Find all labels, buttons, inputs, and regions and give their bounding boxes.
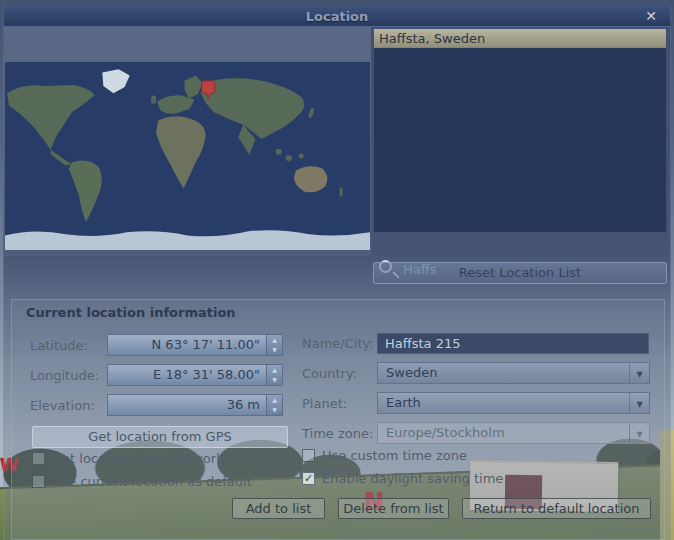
use-custom-timezone-checkbox[interactable] — [302, 449, 315, 462]
timezone-select: Europe/Stockholm ▼ — [377, 422, 650, 444]
world-map[interactable] — [4, 27, 371, 256]
get-location-network-label[interactable]: Get location from Network — [52, 451, 224, 466]
name-city-label: Name/City: — [302, 336, 374, 351]
check-icon: ✓ — [303, 473, 314, 485]
country-label: Country: — [302, 366, 357, 381]
location-list-selected-item[interactable]: Haffsta, Sweden — [374, 29, 666, 48]
location-dialog: Haffsta, Sweden Reset Location List Curr… — [3, 27, 671, 540]
delete-from-list-button[interactable]: Delete from list — [338, 498, 449, 519]
planet-value: Earth — [386, 395, 421, 410]
elevation-spinner[interactable]: ▲ ▼ — [267, 394, 283, 416]
spin-up-icon[interactable]: ▲ — [267, 395, 282, 405]
dropdown-arrow-icon[interactable]: ▼ — [629, 393, 649, 413]
elevation-spinbox[interactable]: 36 m — [107, 394, 267, 416]
world-map-image[interactable] — [5, 62, 370, 250]
reset-location-list-button[interactable]: Reset Location List — [373, 262, 667, 284]
enable-dst-checkbox[interactable]: ✓ — [302, 472, 315, 485]
use-current-default-checkbox[interactable] — [32, 475, 45, 488]
current-location-groupbox: Current location information Latitude: N… — [11, 299, 665, 540]
spin-down-icon[interactable]: ▼ — [267, 405, 282, 415]
dialog-title: Location — [4, 6, 670, 27]
return-default-location-button[interactable]: Return to default location — [462, 498, 651, 519]
planet-select[interactable]: Earth ▼ — [377, 392, 650, 414]
latitude-spinbox[interactable]: N 63° 17' 11.00" — [107, 334, 267, 356]
get-location-network-checkbox[interactable] — [32, 452, 45, 465]
get-location-gps-button[interactable]: Get location from GPS — [32, 426, 288, 448]
spin-down-icon[interactable]: ▼ — [267, 375, 282, 385]
country-value: Sweden — [386, 365, 437, 380]
dropdown-arrow-icon[interactable]: ▼ — [629, 363, 649, 383]
spin-down-icon[interactable]: ▼ — [267, 345, 282, 355]
planet-label: Planet: — [302, 396, 347, 411]
longitude-label: Longitude: — [30, 368, 99, 383]
dropdown-arrow-icon: ▼ — [629, 423, 649, 443]
close-icon[interactable]: ✕ — [642, 6, 660, 27]
spin-up-icon[interactable]: ▲ — [267, 335, 282, 345]
location-list[interactable]: Haffsta, Sweden — [373, 28, 667, 233]
add-to-list-button[interactable]: Add to list — [232, 498, 325, 519]
dialog-titlebar[interactable]: Location ✕ — [3, 5, 671, 27]
use-custom-timezone-label[interactable]: Use custom time zone — [322, 448, 467, 463]
spin-up-icon[interactable]: ▲ — [267, 365, 282, 375]
enable-dst-label[interactable]: Enable daylight saving time — [322, 471, 503, 486]
longitude-spinbox[interactable]: E 18° 31' 58.00" — [107, 364, 267, 386]
elevation-label: Elevation: — [30, 398, 95, 413]
name-city-input[interactable] — [377, 333, 649, 354]
timezone-label: Time zone: — [302, 426, 373, 441]
timezone-value: Europe/Stockholm — [386, 425, 505, 440]
use-current-default-label[interactable]: Use current location as default — [52, 474, 252, 489]
latitude-label: Latitude: — [30, 338, 88, 353]
latitude-spinner[interactable]: ▲ ▼ — [267, 334, 283, 356]
longitude-spinner[interactable]: ▲ ▼ — [267, 364, 283, 386]
groupbox-header: Current location information — [26, 305, 236, 320]
country-select[interactable]: Sweden ▼ — [377, 362, 650, 384]
